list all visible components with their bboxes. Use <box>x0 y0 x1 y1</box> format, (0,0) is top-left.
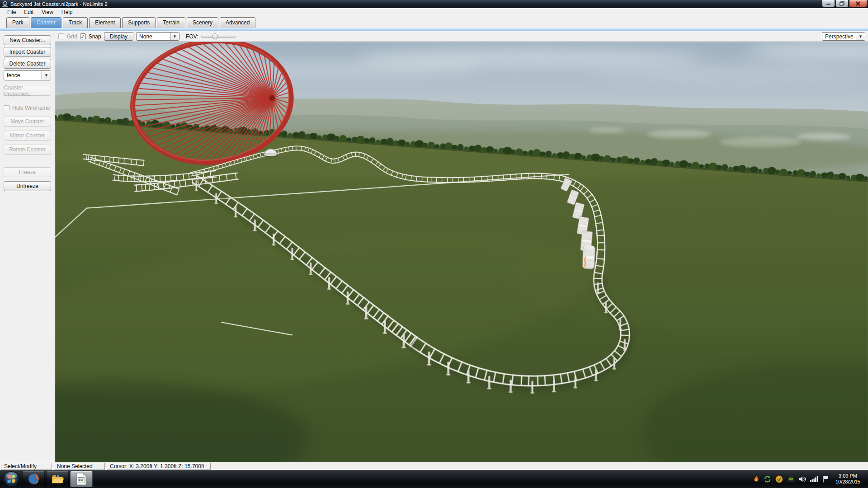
statusbar: Select/Modify None Selected Cursor: X: 3… <box>0 462 868 470</box>
tab-scenery[interactable]: Scenery <box>187 17 218 28</box>
coaster-properties-button[interactable]: Coaster Properties... <box>4 86 51 96</box>
delete-coaster-button[interactable]: Delete Coaster <box>4 59 51 69</box>
menu-file[interactable]: File <box>3 9 20 16</box>
coaster-select-value: fence <box>7 72 20 79</box>
status-mode: Select/Modify <box>1 463 52 470</box>
freeze-button[interactable]: Freeze <box>4 167 51 177</box>
nolimits-editor-taskbar-icon[interactable] <box>70 471 93 487</box>
camera-mode-value: Perspective <box>825 33 854 40</box>
window-controls <box>821 0 868 7</box>
menu-edit[interactable]: Edit <box>20 9 38 16</box>
tab-terrain[interactable]: Terrain <box>157 17 185 28</box>
tab-track[interactable]: Track <box>63 17 88 28</box>
chevron-down-icon[interactable]: ▼ <box>170 33 179 40</box>
nolimits-app-icon <box>2 1 8 7</box>
3d-viewport[interactable] <box>55 42 868 462</box>
tray-security-icon[interactable] <box>775 475 783 483</box>
import-coaster-button[interactable]: Import Coaster <box>4 47 51 57</box>
fov-slider-thumb[interactable] <box>212 33 218 39</box>
system-tray: 3:09 PM 10/28/2015 <box>753 473 866 485</box>
grid-checkbox[interactable] <box>58 33 64 39</box>
tab-advanced[interactable]: Advanced <box>220 17 255 28</box>
status-selection: None Selected <box>54 463 105 470</box>
close-button[interactable] <box>849 0 867 7</box>
snap-label: Snap <box>89 33 101 40</box>
snap-checkbox[interactable]: ✓ <box>80 33 86 39</box>
viewport-toolbar: Grid ✓ Snap Display None ▼ FOV: Perspect… <box>55 31 868 42</box>
tray-volume-icon[interactable] <box>799 476 806 483</box>
tray-flame-icon[interactable] <box>753 475 760 483</box>
chevron-down-icon[interactable]: ▼ <box>856 33 865 40</box>
tray-sync-icon[interactable] <box>764 475 771 483</box>
grid-label: Grid <box>67 33 77 40</box>
tray-nvidia-icon[interactable] <box>787 476 795 483</box>
display-button[interactable]: Display <box>104 32 133 41</box>
tab-accent-bar <box>0 28 868 31</box>
fov-label: FOV: <box>186 33 198 40</box>
unfreeze-button[interactable]: Unfreeze <box>4 181 51 191</box>
menubar: File Edit View Help <box>0 8 868 16</box>
tray-network-icon[interactable] <box>810 476 818 482</box>
coaster-sidebar: New Coaster... Import Coaster Delete Coa… <box>0 31 55 462</box>
camera-mode-dropdown[interactable]: Perspective ▼ <box>822 32 865 41</box>
move-coaster-button[interactable]: Move Coaster <box>4 117 51 127</box>
status-cursor-coordinates: Cursor: X: 3.200ft Y: 1.300ft Z: 15.700f… <box>107 463 211 470</box>
restore-button[interactable] <box>835 0 849 7</box>
hide-wireframe-checkbox[interactable] <box>4 105 9 111</box>
firefox-taskbar-icon[interactable] <box>22 471 45 487</box>
tab-park[interactable]: Park <box>6 17 29 28</box>
taskbar-clock[interactable]: 3:09 PM 10/28/2015 <box>833 473 864 485</box>
window-title: Backyard Jet Coaster.nl2park - NoLimits … <box>10 1 108 7</box>
mirror-coaster-button[interactable]: Mirror Coaster <box>4 131 51 141</box>
clock-time: 3:09 PM <box>835 473 860 479</box>
hide-wireframe-label: Hide Wireframe <box>12 105 50 111</box>
new-coaster-button[interactable]: New Coaster... <box>4 35 51 45</box>
menu-view[interactable]: View <box>38 9 57 16</box>
clock-date: 10/28/2015 <box>835 479 860 485</box>
hide-wireframe-row: Hide Wireframe <box>4 105 51 111</box>
fov-slider[interactable] <box>201 32 236 41</box>
tab-supports[interactable]: Supports <box>122 17 156 28</box>
display-mode-dropdown[interactable]: None ▼ <box>136 32 179 41</box>
tab-element[interactable]: Element <box>89 17 121 28</box>
windows-explorer-taskbar-icon[interactable] <box>46 471 69 487</box>
fov-slider-groove <box>201 36 236 38</box>
tray-action-center-icon[interactable] <box>822 475 829 483</box>
display-mode-value: None <box>139 33 152 40</box>
mode-tabbar: Park Coaster Track Element Supports Terr… <box>0 16 868 28</box>
rotate-coaster-button[interactable]: Rotate Coaster <box>4 145 51 155</box>
menu-help[interactable]: Help <box>57 9 77 16</box>
coaster-select-dropdown[interactable]: fence ▼ <box>4 70 51 80</box>
chevron-down-icon[interactable]: ▼ <box>42 71 51 80</box>
titlebar: Backyard Jet Coaster.nl2park - NoLimits … <box>0 0 868 8</box>
minimize-button[interactable] <box>822 0 835 7</box>
tab-coaster[interactable]: Coaster <box>31 17 61 28</box>
start-button[interactable] <box>2 470 21 488</box>
windows-taskbar: 3:09 PM 10/28/2015 <box>0 470 868 488</box>
